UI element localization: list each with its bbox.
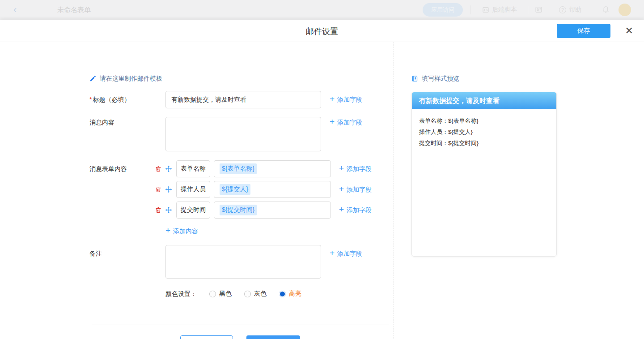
template-header: 请在这里制作邮件模板 (89, 74, 162, 83)
required-mark: * (89, 96, 92, 103)
form-title: 未命名表单 (57, 6, 91, 14)
plus-icon: + (165, 227, 170, 235)
test-button[interactable]: 测试 (180, 335, 233, 339)
row-value-input[interactable]: ${表单名称} (214, 160, 331, 177)
remark-textarea[interactable] (165, 245, 321, 279)
footer-divider (92, 325, 389, 325)
plus-icon: + (330, 118, 335, 126)
move-row-icon[interactable] (165, 186, 172, 193)
question-icon: ? (559, 6, 566, 13)
modal-title: 邮件设置 (0, 26, 644, 37)
color-option-highlight[interactable]: 高亮 (279, 290, 301, 298)
delete-row-icon[interactable] (155, 165, 162, 172)
avatar[interactable] (619, 4, 631, 16)
backend-script-button[interactable]: 后端脚本 (482, 6, 517, 14)
preview-header-label: 填写样式预览 (422, 74, 459, 83)
close-icon[interactable]: ✕ (625, 25, 633, 37)
preview-card-title: 有新数据提交，请及时查看 (412, 92, 556, 109)
id-card-button[interactable] (535, 6, 542, 13)
row-add-field-link[interactable]: +添加字段 (339, 164, 372, 173)
preview-header: 填写样式预览 (411, 74, 459, 83)
radio-checked-icon (279, 291, 286, 297)
notifications-button[interactable] (602, 5, 610, 13)
delete-row-icon[interactable] (155, 186, 162, 193)
screen: ‹ 未命名表单 应用访问 后端脚本 ? 帮助 (0, 0, 644, 339)
color-setting-row: 颜色设置： 黑色 灰色 高亮 (165, 289, 301, 298)
save-button[interactable]: 保存 (557, 24, 610, 38)
back-chevron-icon[interactable]: ‹ (13, 4, 17, 16)
plus-icon: + (339, 164, 344, 172)
message-textarea[interactable] (165, 117, 321, 151)
backend-script-label: 后端脚本 (492, 6, 517, 14)
form-content-label: 消息表单内容 (89, 164, 127, 173)
radio-icon (209, 291, 216, 297)
plus-icon: + (339, 185, 344, 193)
title-input[interactable] (165, 91, 321, 108)
template-header-label: 请在这里制作邮件模板 (100, 74, 162, 83)
topbar: ‹ 未命名表单 应用访问 后端脚本 ? 帮助 (0, 0, 644, 20)
preview-card-body: 表单名称：${表单名称} 操作人员：${提交人} 提交时间：${提交时间} (412, 109, 556, 154)
row-value-input[interactable]: ${提交时间} (214, 202, 331, 219)
plus-icon: + (330, 249, 335, 257)
remark-add-field-link[interactable]: +添加字段 (330, 249, 362, 258)
color-option-black[interactable]: 黑色 (209, 290, 232, 298)
row-add-field-link[interactable]: +添加字段 (339, 185, 372, 194)
plus-icon: + (330, 95, 335, 103)
title-field-label: *标题（必填） (89, 95, 130, 104)
preview-line: 提交时间：${提交时间} (419, 137, 549, 149)
field-token: ${提交时间} (220, 205, 257, 215)
modal-body: 请在这里制作邮件模板 *标题（必填） +添加字段 消息内容 +添加字段 消息表单… (0, 42, 644, 339)
row-name-input[interactable] (176, 181, 210, 198)
help-label: 帮助 (569, 6, 581, 14)
move-row-icon[interactable] (165, 206, 172, 214)
script-icon (482, 6, 489, 13)
email-settings-modal: 邮件设置 保存 ✕ 请在这里制作邮件模板 *标题（必填） +添加字段 消息内容 … (0, 20, 644, 339)
topbar-divider (528, 5, 528, 14)
pencil-icon (89, 75, 96, 82)
help-button[interactable]: ? 帮助 (559, 6, 581, 14)
add-content-link[interactable]: +添加内容 (165, 227, 198, 236)
topbar-divider (470, 5, 471, 14)
row-value-input[interactable]: ${提交人} (214, 181, 331, 198)
id-card-icon (535, 6, 542, 13)
remark-field-label: 备注 (89, 249, 102, 258)
row-name-input[interactable] (176, 202, 210, 219)
restore-default-button[interactable]: 恢复默认 (246, 335, 300, 339)
plus-icon: + (339, 206, 344, 214)
color-option-grey[interactable]: 灰色 (244, 290, 267, 298)
message-add-field-link[interactable]: +添加字段 (330, 118, 362, 127)
row-name-input[interactable] (176, 160, 210, 177)
modal-header: 邮件设置 保存 ✕ (0, 20, 644, 42)
app-access-button[interactable]: 应用访问 (423, 3, 463, 17)
delete-row-icon[interactable] (155, 206, 162, 214)
document-icon (411, 75, 418, 82)
row-add-field-link[interactable]: +添加字段 (339, 206, 372, 215)
radio-icon (244, 291, 251, 297)
field-token: ${提交人} (220, 184, 250, 195)
preview-line: 表单名称：${表单名称} (419, 115, 549, 126)
field-token: ${表单名称} (220, 163, 257, 174)
column-divider (394, 42, 394, 339)
preview-card: 有新数据提交，请及时查看 表单名称：${表单名称} 操作人员：${提交人} 提交… (411, 92, 557, 257)
bell-icon (602, 5, 610, 13)
title-add-field-link[interactable]: +添加字段 (330, 95, 362, 104)
message-field-label: 消息内容 (89, 118, 114, 127)
preview-line: 操作人员：${提交人} (419, 126, 549, 137)
move-row-icon[interactable] (165, 165, 172, 172)
color-setting-label: 颜色设置： (165, 289, 197, 298)
